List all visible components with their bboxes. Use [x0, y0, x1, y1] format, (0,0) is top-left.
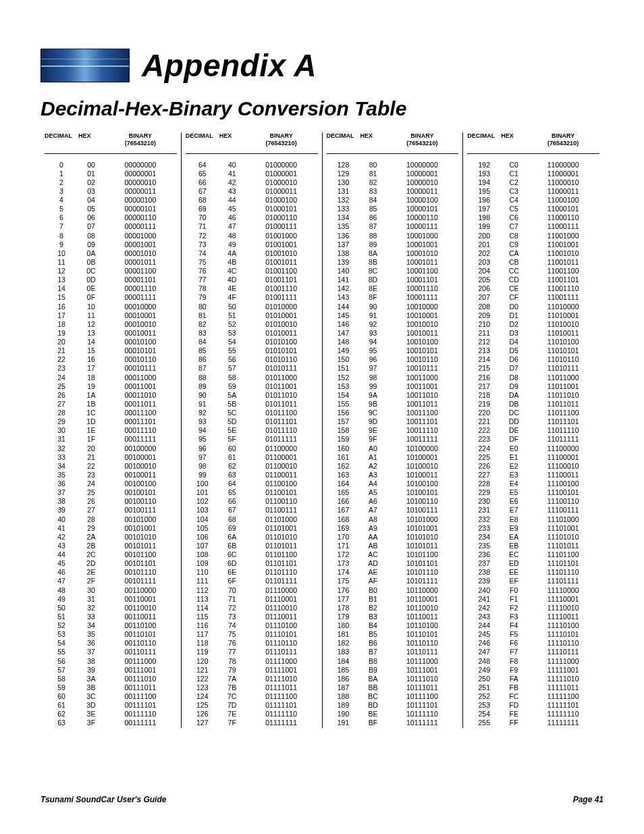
table-row: 244F411110100	[467, 621, 599, 630]
table-row: 483000110000	[45, 586, 177, 595]
cell-hex: F6	[501, 639, 527, 648]
cell-binary: 00000001	[104, 170, 177, 178]
cell-hex: E5	[501, 488, 527, 497]
cell-binary: 01101011	[245, 542, 318, 550]
cell-decimal: 132	[327, 196, 360, 205]
cell-binary: 00111001	[104, 666, 177, 675]
cell-binary: 11001010	[527, 249, 599, 258]
cell-hex: 2C	[78, 550, 104, 559]
cell-hex: 8A	[360, 249, 386, 258]
cell-hex: 76	[219, 639, 245, 648]
table-row: 175AF10101111	[327, 577, 459, 585]
table-row: 196C411000100	[467, 196, 599, 205]
cell-binary: 10000001	[386, 170, 459, 178]
cell-binary: 11010001	[527, 311, 599, 320]
cell-binary: 10101000	[386, 515, 459, 524]
cell-binary: 11101001	[527, 524, 599, 533]
table-row: 213D511010101	[467, 346, 599, 355]
table-row: 1167401110100	[186, 621, 318, 630]
cell-binary: 11101111	[527, 577, 599, 585]
table-row: 1428E10001110	[327, 284, 459, 293]
cell-decimal: 56	[45, 657, 78, 666]
cell-decimal: 144	[327, 303, 360, 311]
cell-decimal: 198	[467, 213, 501, 222]
table-row: 694501000101	[186, 205, 318, 213]
cell-hex: DD	[501, 417, 527, 426]
cell-decimal: 184	[327, 657, 360, 666]
cell-decimal: 104	[186, 515, 219, 524]
cell-binary: 10011101	[386, 417, 459, 426]
table-row: 186BA10111010	[327, 675, 459, 683]
cell-hex: 43	[219, 187, 245, 196]
table-row: 191300010011	[45, 329, 177, 338]
cell-decimal: 193	[467, 170, 501, 178]
table-row: 976101100001	[186, 453, 318, 462]
table-row: 1026601100110	[186, 497, 318, 506]
cell-decimal: 254	[467, 710, 501, 719]
cell-hex: CA	[501, 249, 527, 258]
cell-hex: B8	[360, 657, 386, 666]
cell-decimal: 85	[186, 346, 219, 355]
cell-hex: 27	[78, 506, 104, 515]
cell-binary: 01000000	[245, 161, 318, 170]
table-row: 533500110101	[45, 630, 177, 639]
table-row: 202CA11001010	[467, 249, 599, 258]
cell-hex: 9B	[360, 400, 386, 409]
cell-decimal: 188	[327, 692, 360, 701]
cell-binary: 00001011	[104, 258, 177, 267]
cell-decimal: 39	[45, 506, 78, 515]
cell-binary: 10001011	[386, 258, 459, 267]
table-row: 1318310000011	[327, 187, 459, 196]
cell-hex: 70	[219, 586, 245, 595]
cell-binary: 11110110	[527, 639, 599, 648]
cell-decimal: 153	[327, 382, 360, 391]
table-row: 1227A01111010	[186, 675, 318, 683]
cell-binary: 01001001	[245, 240, 318, 249]
cell-binary: 10110110	[386, 639, 459, 648]
cell-binary: 11010010	[527, 320, 599, 329]
table-row: 1207801111000	[186, 657, 318, 666]
table-row: 362400100100	[45, 479, 177, 488]
table-row: 201C911001001	[467, 240, 599, 249]
cell-binary: 01011111	[245, 435, 318, 444]
cell-hex: 22	[78, 462, 104, 471]
cell-decimal: 119	[186, 648, 219, 656]
table-row: 164A410100100	[327, 479, 459, 488]
cell-binary: 00010111	[104, 364, 177, 373]
cell-hex: 56	[219, 355, 245, 364]
cell-binary: 01010111	[245, 364, 318, 373]
cell-decimal: 143	[327, 293, 360, 302]
table-row: 187BB10111011	[327, 683, 459, 692]
cell-hex: 25	[78, 488, 104, 497]
table-row: 905A01011010	[186, 391, 318, 400]
cell-hex: DE	[501, 426, 527, 435]
cell-hex: 9A	[360, 391, 386, 400]
cell-decimal: 118	[186, 639, 219, 648]
table-row: 1328410000100	[327, 196, 459, 205]
cell-decimal: 229	[467, 488, 501, 497]
cell-hex: A1	[360, 453, 386, 462]
cell-decimal: 12	[45, 267, 78, 276]
cell-binary: 10011010	[386, 391, 459, 400]
cell-decimal: 1	[45, 170, 78, 178]
cell-decimal: 34	[45, 462, 78, 471]
table-row: 402800101000	[45, 515, 177, 524]
cell-binary: 01111000	[245, 657, 318, 666]
table-row: 192C011000000	[467, 161, 599, 170]
table-row: 805001010000	[186, 303, 318, 311]
table-row: 1177501110101	[186, 630, 318, 639]
cell-hex: AB	[360, 542, 386, 550]
table-row: 442C00101100	[45, 550, 177, 559]
cell-hex: 73	[219, 613, 245, 621]
cell-binary: 01000010	[245, 178, 318, 187]
cell-decimal: 115	[186, 613, 219, 621]
cell-hex: F2	[501, 604, 527, 613]
table-row: 1086C01101100	[186, 550, 318, 559]
cell-decimal: 66	[186, 178, 219, 187]
cell-binary: 01001000	[245, 232, 318, 240]
cell-binary: 11011011	[527, 400, 599, 409]
cell-hex: 96	[360, 355, 386, 364]
cell-decimal: 180	[327, 621, 360, 630]
cell-binary: 00010001	[104, 311, 177, 320]
table-row: 212D411010100	[467, 338, 599, 346]
